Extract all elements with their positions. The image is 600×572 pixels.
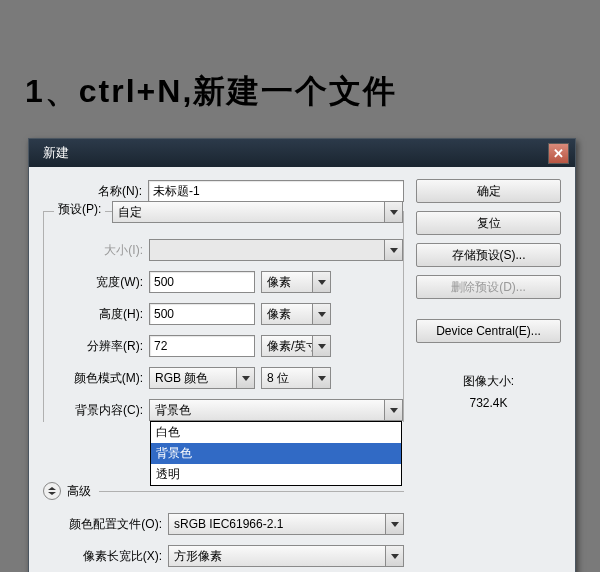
width-unit-dropdown[interactable]: 像素: [261, 271, 331, 293]
ok-button[interactable]: 确定: [416, 179, 561, 203]
pixel-aspect-value: 方形像素: [174, 548, 222, 565]
background-dropdown-list: 白色 背景色 透明: [150, 421, 402, 486]
background-label: 背景内容(C):: [44, 402, 149, 419]
tutorial-heading: 1、ctrl+N,新建一个文件: [25, 70, 397, 114]
size-dropdown: [149, 239, 403, 261]
chevron-down-icon: [384, 202, 402, 222]
width-input[interactable]: [149, 271, 255, 293]
preset-label: 预设(P):: [58, 201, 101, 218]
pixel-aspect-label: 像素长宽比(X):: [43, 548, 168, 565]
preset-dropdown[interactable]: 自定: [112, 201, 403, 223]
name-input[interactable]: [148, 180, 404, 202]
advanced-label: 高级: [67, 483, 91, 500]
device-central-button[interactable]: Device Central(E)...: [416, 319, 561, 343]
height-label: 高度(H):: [44, 306, 149, 323]
resolution-unit-dropdown[interactable]: 像素/英寸: [261, 335, 331, 357]
close-icon: ✕: [553, 146, 564, 161]
chevron-down-icon: [236, 368, 254, 388]
color-profile-label: 颜色配置文件(O):: [43, 516, 168, 533]
image-size-value: 732.4K: [416, 396, 561, 410]
dialog-title: 新建: [43, 144, 548, 162]
dropdown-option-white[interactable]: 白色: [151, 422, 401, 443]
delete-preset-button: 删除预设(D)...: [416, 275, 561, 299]
chevron-down-icon: [385, 514, 403, 534]
chevron-down-icon: [312, 304, 330, 324]
advanced-toggle[interactable]: [43, 482, 61, 500]
chevron-down-icon: [312, 336, 330, 356]
save-preset-button[interactable]: 存储预设(S)...: [416, 243, 561, 267]
reset-button[interactable]: 复位: [416, 211, 561, 235]
pixel-aspect-dropdown[interactable]: 方形像素: [168, 545, 404, 567]
preset-value: 自定: [118, 204, 142, 221]
chevron-down-icon: [385, 546, 403, 566]
color-mode-value: RGB 颜色: [155, 370, 208, 387]
color-mode-dropdown[interactable]: RGB 颜色: [149, 367, 255, 389]
bit-depth-dropdown[interactable]: 8 位: [261, 367, 331, 389]
titlebar: 新建 ✕: [29, 139, 575, 167]
chevron-down-icon: [312, 272, 330, 292]
height-input[interactable]: [149, 303, 255, 325]
height-unit-dropdown[interactable]: 像素: [261, 303, 331, 325]
close-button[interactable]: ✕: [548, 143, 569, 164]
chevron-updown-icon: [48, 487, 56, 495]
chevron-down-icon: [384, 240, 402, 260]
name-label: 名称(N):: [43, 183, 148, 200]
resolution-input[interactable]: [149, 335, 255, 357]
chevron-down-icon: [384, 400, 402, 420]
background-dropdown[interactable]: 背景色 白色 背景色 透明: [149, 399, 403, 421]
divider: [99, 491, 404, 492]
width-label: 宽度(W):: [44, 274, 149, 291]
color-profile-dropdown[interactable]: sRGB IEC61966-2.1: [168, 513, 404, 535]
bit-depth-value: 8 位: [267, 370, 289, 387]
color-mode-label: 颜色模式(M):: [44, 370, 149, 387]
color-profile-value: sRGB IEC61966-2.1: [174, 517, 283, 531]
resolution-unit: 像素/英寸: [267, 338, 318, 355]
dropdown-option-bgcolor[interactable]: 背景色: [151, 443, 401, 464]
new-document-dialog: 新建 ✕ 名称(N): 预设(P): 自定: [28, 138, 576, 572]
chevron-down-icon: [312, 368, 330, 388]
width-unit: 像素: [267, 274, 291, 291]
size-label: 大小(I):: [44, 242, 149, 259]
height-unit: 像素: [267, 306, 291, 323]
resolution-label: 分辨率(R):: [44, 338, 149, 355]
background-value: 背景色: [155, 402, 191, 419]
image-size-label: 图像大小:: [416, 373, 561, 390]
dropdown-option-transparent[interactable]: 透明: [151, 464, 401, 485]
